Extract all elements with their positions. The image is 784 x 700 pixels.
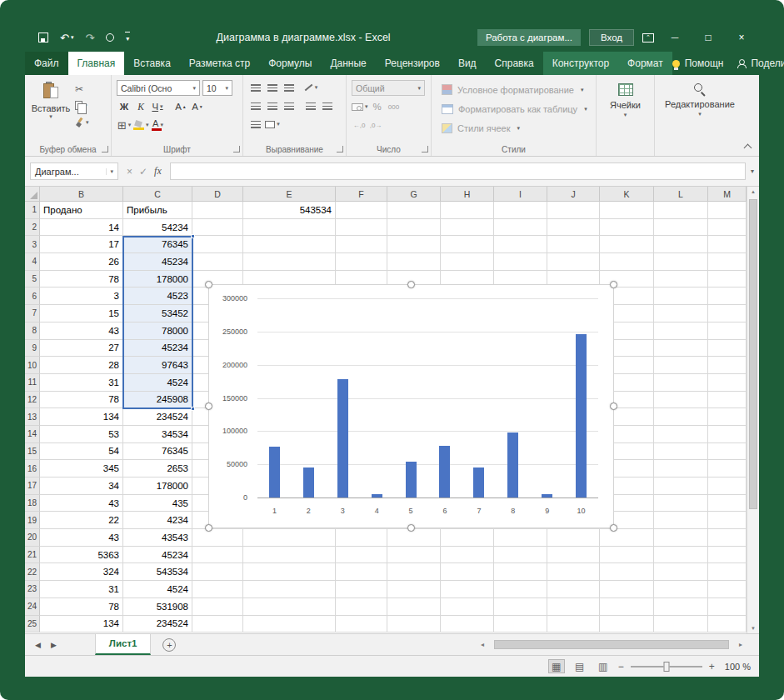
align-left-button[interactable] — [248, 98, 263, 113]
cell-D20[interactable] — [192, 529, 243, 547]
borders-button[interactable]: ⊞ — [117, 118, 132, 132]
cell-F22[interactable] — [336, 563, 387, 581]
cell-B6[interactable]: 3 — [40, 288, 123, 305]
scroll-right-icon[interactable]: ▸ — [736, 641, 746, 648]
cell-F20[interactable] — [336, 529, 387, 547]
cell-M15[interactable] — [708, 443, 747, 461]
row-header-14[interactable]: 14 — [25, 426, 40, 443]
cell-M8[interactable] — [708, 322, 747, 340]
cell-L12[interactable] — [654, 392, 708, 409]
cell-I3[interactable] — [494, 236, 547, 253]
cell-F4[interactable] — [336, 253, 387, 271]
chart-bar-1[interactable] — [269, 447, 280, 498]
cell-E23[interactable] — [243, 581, 336, 598]
cell-M2[interactable] — [708, 219, 747, 237]
cell-C20[interactable]: 43543 — [123, 529, 192, 547]
tell-me-label[interactable]: Помощн — [685, 58, 724, 69]
cell-C23[interactable]: 4524 — [123, 581, 192, 598]
collapse-ribbon-icon[interactable] — [744, 144, 752, 152]
cell-L17[interactable] — [654, 478, 708, 495]
ribbon-tab[interactable]: Справка — [486, 52, 543, 75]
cell-G25[interactable] — [387, 616, 441, 633]
cell-M17[interactable] — [708, 478, 747, 495]
cell-F3[interactable] — [336, 236, 387, 253]
chart-bar-3[interactable] — [337, 379, 348, 498]
cell-G1[interactable] — [387, 202, 441, 219]
row-header-18[interactable]: 18 — [25, 495, 40, 512]
cell-D21[interactable] — [192, 547, 243, 564]
cell-B1[interactable]: Продано — [40, 202, 123, 219]
cell-B10[interactable]: 28 — [40, 357, 123, 374]
cell-D23[interactable] — [192, 581, 243, 598]
cell-G2[interactable] — [387, 219, 441, 237]
cell-E25[interactable] — [243, 616, 336, 633]
row-header-24[interactable]: 24 — [25, 598, 40, 616]
zoom-in-button[interactable]: + — [709, 661, 715, 672]
cell-M4[interactable] — [708, 253, 747, 271]
cell-M3[interactable] — [708, 236, 747, 253]
sheet-nav-left-icon[interactable]: ◀ — [35, 641, 41, 649]
vertical-scroll-thumb[interactable] — [749, 199, 757, 509]
cell-F24[interactable] — [336, 598, 387, 616]
cell-B21[interactable]: 5363 — [40, 547, 123, 564]
zoom-slider-thumb[interactable] — [663, 662, 669, 672]
cell-J24[interactable] — [547, 598, 600, 616]
number-format-select[interactable]: Общий — [352, 80, 425, 96]
cell-E4[interactable] — [243, 253, 336, 271]
cell-C8[interactable]: 78000 — [123, 322, 192, 340]
row-header-20[interactable]: 20 — [25, 529, 40, 547]
cell-C14[interactable]: 34534 — [123, 426, 192, 443]
cell-D2[interactable] — [192, 219, 243, 237]
cell-E21[interactable] — [243, 547, 336, 564]
chart-resize-handle[interactable] — [407, 524, 415, 532]
cell-F1[interactable] — [336, 202, 387, 219]
column-header-g[interactable]: G — [387, 187, 441, 202]
row-header-10[interactable]: 10 — [25, 357, 40, 374]
cell-D25[interactable] — [192, 616, 243, 633]
cell-B23[interactable]: 31 — [40, 581, 123, 598]
cell-B20[interactable]: 43 — [40, 529, 123, 547]
cell-C18[interactable]: 435 — [123, 495, 192, 512]
cell-I23[interactable] — [494, 581, 547, 598]
accounting-format-button[interactable] — [352, 99, 368, 114]
cell-L9[interactable] — [654, 340, 708, 358]
row-header-7[interactable]: 7 — [25, 305, 40, 322]
cell-K20[interactable] — [600, 529, 654, 547]
cell-H4[interactable] — [441, 253, 494, 271]
cell-L10[interactable] — [654, 357, 708, 374]
cell-E22[interactable] — [243, 563, 336, 581]
cell-M16[interactable] — [708, 460, 747, 478]
embedded-chart[interactable]: 050000100000150000200000250000300000 123… — [208, 284, 614, 528]
cell-C11[interactable]: 4524 — [123, 374, 192, 392]
cell-K21[interactable] — [600, 547, 654, 564]
cell-C12[interactable]: 245908 — [123, 392, 192, 409]
column-header-b[interactable]: B — [40, 187, 123, 202]
cell-E1[interactable]: 543534 — [243, 202, 336, 219]
cell-H22[interactable] — [441, 563, 494, 581]
column-header-i[interactable]: I — [494, 187, 547, 202]
cell-G3[interactable] — [387, 236, 441, 253]
chart-bar-9[interactable] — [542, 494, 552, 498]
cell-F21[interactable] — [336, 547, 387, 564]
dialog-launcher-icon[interactable] — [233, 146, 240, 152]
undo-button[interactable]: ↶▾ — [60, 32, 73, 44]
cell-C10[interactable]: 97643 — [123, 357, 192, 374]
cell-L21[interactable] — [654, 547, 708, 564]
chart-resize-handle[interactable] — [205, 281, 212, 288]
orientation-button[interactable] — [303, 80, 318, 95]
cell-L19[interactable] — [654, 512, 708, 529]
ribbon-display-options-icon[interactable]: ⌃ — [642, 33, 654, 42]
cell-C1[interactable]: Прибыль — [123, 202, 192, 219]
chart-bar-8[interactable] — [507, 432, 518, 498]
row-header-16[interactable]: 16 — [25, 460, 40, 478]
ribbon-tab[interactable]: Формулы — [259, 52, 321, 75]
cell-J25[interactable] — [547, 616, 600, 633]
row-header-4[interactable]: 4 — [25, 253, 40, 271]
increase-decimal-button[interactable]: ←,0 — [352, 118, 367, 132]
row-header-13[interactable]: 13 — [25, 408, 40, 426]
cell-D24[interactable] — [192, 598, 243, 616]
align-center-button[interactable] — [265, 98, 280, 113]
merge-center-button[interactable] — [265, 117, 280, 132]
cell-M7[interactable] — [708, 305, 747, 322]
formula-input[interactable] — [170, 162, 746, 180]
